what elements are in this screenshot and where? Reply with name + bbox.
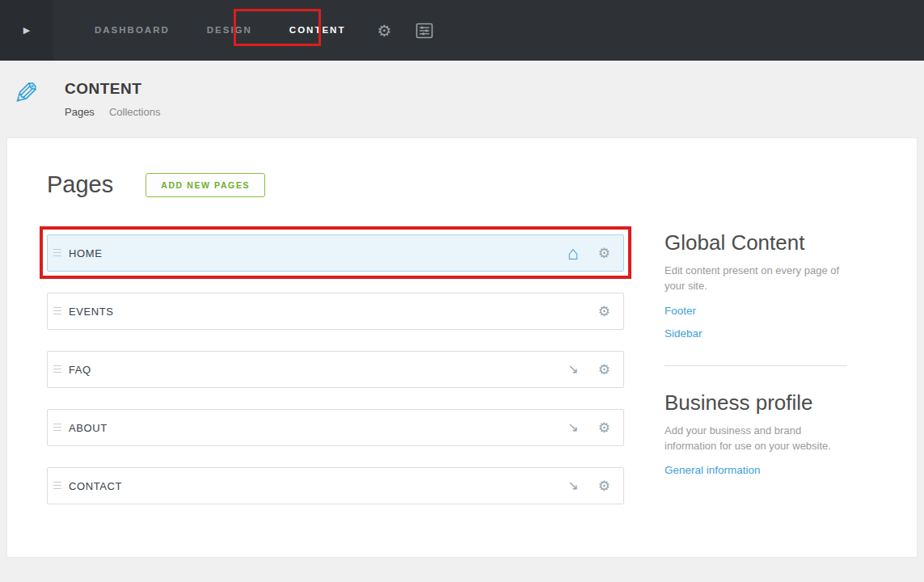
drag-handle-icon[interactable] (53, 365, 61, 374)
page-header: ✎ CONTENT Pages Collections (0, 61, 924, 137)
nav-item-design[interactable]: DESIGN (188, 0, 271, 61)
page-settings-gear-icon[interactable]: ⚙ (598, 247, 610, 260)
page-row-label: EVENTS (69, 306, 114, 318)
play-icon: ▶ (23, 25, 30, 36)
tab-pages[interactable]: Pages (65, 106, 95, 118)
add-new-pages-button[interactable]: ADD NEW PAGES (146, 173, 265, 197)
page-row-label: FAQ (69, 364, 91, 376)
business-profile-heading: Business profile (665, 390, 849, 415)
sliders-settings-icon[interactable] (416, 23, 433, 39)
page-settings-gear-icon[interactable]: ⚙ (598, 363, 610, 377)
page-settings-gear-icon[interactable]: ⚙ (598, 305, 610, 318)
nav-item-content[interactable]: CONTENT (271, 0, 365, 61)
sidebar-link[interactable]: Sidebar (665, 327, 849, 340)
tab-collections[interactable]: Collections (109, 106, 161, 118)
drag-handle-icon[interactable] (53, 424, 61, 432)
page-title: CONTENT (65, 80, 160, 98)
top-navigation: DASHBOARD DESIGN CONTENT ⚙ (76, 0, 433, 61)
drag-handle-icon[interactable] (53, 307, 61, 316)
drag-handle-icon[interactable] (53, 482, 61, 491)
business-profile-description: Add your business and brand information … (665, 424, 849, 454)
preview-button[interactable]: ▶ (0, 0, 53, 61)
pages-heading: Pages (47, 171, 113, 198)
external-link-arrow-icon[interactable]: ↘ (567, 421, 578, 434)
global-content-heading: Global Content (665, 230, 849, 255)
home-icon: ⌂ (567, 244, 579, 263)
page-row-contact[interactable]: CONTACT ↘ ⚙ (47, 467, 624, 504)
divider (665, 365, 847, 366)
general-information-link[interactable]: General information (665, 464, 849, 476)
settings-gear-icon[interactable]: ⚙ (377, 21, 391, 40)
header-tabs: Pages Collections (65, 106, 160, 118)
pencil-icon: ✎ (13, 78, 39, 109)
page-row-about[interactable]: ABOUT ↘ ⚙ (47, 409, 624, 446)
page-row-faq[interactable]: FAQ ↘ ⚙ (47, 351, 624, 388)
right-sidebar: Global Content Edit content present on e… (665, 230, 849, 476)
page-settings-gear-icon[interactable]: ⚙ (598, 479, 610, 493)
drag-handle-icon[interactable] (53, 249, 61, 258)
page-row-label: HOME (69, 247, 102, 259)
footer-link[interactable]: Footer (665, 305, 849, 317)
external-link-arrow-icon[interactable]: ↘ (567, 363, 578, 376)
external-link-arrow-icon[interactable]: ↘ (567, 479, 578, 492)
global-content-description: Edit content present on every page of yo… (665, 264, 849, 294)
page-row-events[interactable]: EVENTS ⚙ (47, 293, 624, 330)
top-bar: ▶ DASHBOARD DESIGN CONTENT ⚙ (0, 0, 924, 61)
page-row-label: ABOUT (69, 422, 108, 434)
page-row-home[interactable]: HOME ⌂ ⚙ (47, 234, 624, 272)
nav-item-dashboard[interactable]: DASHBOARD (76, 0, 188, 61)
page-row-label: CONTACT (69, 480, 122, 492)
page-settings-gear-icon[interactable]: ⚙ (598, 421, 610, 435)
